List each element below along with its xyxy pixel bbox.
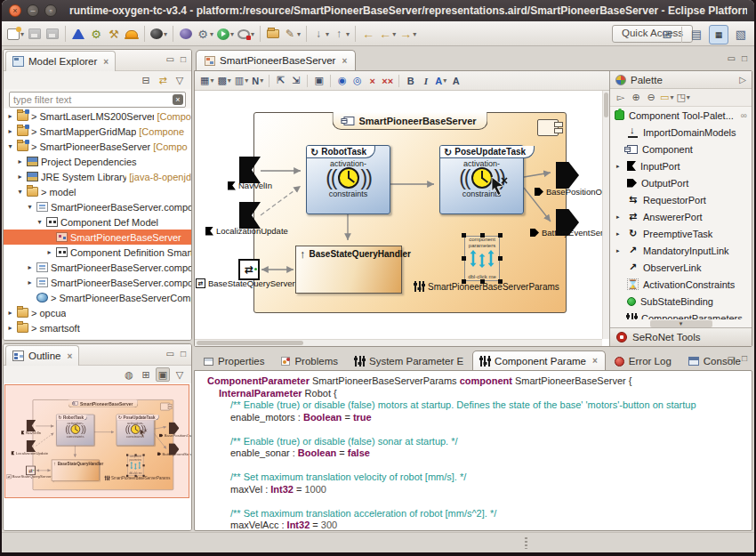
selection-handle[interactable] <box>480 233 485 238</box>
palette-header[interactable]: Palette ▷ <box>610 71 752 89</box>
overview-icon[interactable]: ◍ <box>122 367 136 382</box>
component-parameters-label[interactable]: SmartPioneerBaseServerParams <box>414 281 559 292</box>
minimize-window-button[interactable]: – <box>27 4 39 17</box>
model-explorer-tab[interactable]: Model Explorer × <box>5 51 116 71</box>
tree-item--smartpioneerbaseservercomp[interactable]: > SmartPioneerBaseServerComp <box>4 290 191 305</box>
task-node-robottask[interactable]: ↻RobotTaskactivation-(())constraints <box>306 145 390 214</box>
palette-group-header[interactable]: Component Tool-Palet... ∞ <box>610 107 752 124</box>
tree-item-smartpioneerbaseserver-compo[interactable]: ▸SmartPioneerBaseServer.compo <box>4 260 191 275</box>
select-tool-icon[interactable]: ▻ <box>614 91 628 105</box>
tree-item-component-definition-smartp[interactable]: ▸Component Definition SmartP <box>4 245 191 260</box>
unpin-icon[interactable]: ◎ <box>350 73 365 89</box>
font-color-icon[interactable]: A▾ <box>433 73 448 89</box>
export-diagram-icon[interactable]: ⇱ <box>273 73 288 89</box>
open-element-icon[interactable] <box>264 24 282 44</box>
selection-handle[interactable] <box>498 233 503 238</box>
vertical-scrollbar[interactable] <box>602 91 609 339</box>
minimize-editor-icon[interactable]: ▭ <box>728 53 736 63</box>
delete-from-model-icon[interactable]: ×× <box>380 73 395 89</box>
outline-viewport[interactable] <box>4 384 189 498</box>
tab-system-parameter-e[interactable]: System Parameter E <box>347 351 471 371</box>
export-image-icon[interactable]: ⇲ <box>288 73 303 89</box>
clean-build-icon[interactable]: ⚒ <box>105 24 123 44</box>
layer-mode-icon[interactable]: N▾ <box>250 73 265 89</box>
delete-icon[interactable]: × <box>365 73 380 89</box>
resource-perspective-icon[interactable]: ▤ <box>687 25 706 44</box>
tree-item--smartpioneerbaseserver-[interactable]: ▾> SmartPioneerBaseServer [Compo <box>4 139 191 154</box>
tree-item-project-dependencies[interactable]: ▸Project Dependencies <box>4 154 191 169</box>
titlebar[interactable]: × – ▫ runtime-oxygen-tc-v3.4 - platform:… <box>2 0 754 21</box>
selection-handle[interactable] <box>498 256 503 261</box>
minimize-view-icon[interactable]: ▭ <box>728 353 736 363</box>
forward-icon[interactable]: →▾ <box>398 24 418 44</box>
build-all-icon[interactable]: ⚙ <box>87 24 105 44</box>
component-parameter-editor[interactable]: ComponentParameter SmartPioneerBaseServe… <box>195 371 752 530</box>
maximize-view-icon[interactable]: □ <box>742 353 747 363</box>
tab-error-log[interactable]: Error Log <box>607 351 680 371</box>
minimize-view-icon[interactable]: ▭ <box>166 349 174 359</box>
debug-icon[interactable] <box>177 24 195 44</box>
outline-tab[interactable]: Outline × <box>5 345 79 366</box>
minimize-view-icon[interactable]: ▭ <box>166 54 174 64</box>
code-generation-icon[interactable] <box>69 24 87 44</box>
palette-item-preemptivetask[interactable]: ▸↻PreemptiveTask <box>610 225 752 242</box>
new-wizard-icon[interactable]: ▾ <box>5 24 26 44</box>
palette-pin-icon[interactable]: ∞ <box>741 110 747 120</box>
maximize-view-icon[interactable]: □ <box>181 54 186 64</box>
link-note-tool-icon[interactable]: ◳▾ <box>675 91 690 105</box>
previous-annotation-icon[interactable]: ↑▾ <box>331 24 351 44</box>
modeling-perspective-icon[interactable]: ▦ <box>709 25 728 44</box>
editor-tab[interactable]: SmartPioneerBaseServer × <box>196 50 356 70</box>
italic-icon[interactable]: I <box>418 73 433 89</box>
selection-handle[interactable] <box>462 256 466 261</box>
thumbnail-icon[interactable]: ▣ <box>156 367 170 382</box>
arrange-all-icon[interactable]: ▩▾ <box>215 73 232 89</box>
maximize-editor-icon[interactable]: □ <box>742 53 747 63</box>
maximize-view-icon[interactable]: □ <box>181 349 186 359</box>
tree-item--model[interactable]: ▾> model <box>4 184 191 199</box>
open-perspective-icon[interactable]: ⊞ <box>657 25 677 44</box>
close-editor-icon[interactable]: × <box>342 56 347 66</box>
java-perspective-icon[interactable]: ▧ <box>731 25 751 44</box>
tab-problems[interactable]: Problems <box>273 351 346 371</box>
copy-image-icon[interactable]: ▣ <box>311 73 326 89</box>
tab-properties[interactable]: Properties <box>196 351 272 371</box>
back-icon[interactable]: ←▾ <box>377 24 398 44</box>
filter-input[interactable] <box>9 92 186 108</box>
tab-component-parame[interactable]: Component Parame× <box>472 351 606 371</box>
connector[interactable] <box>524 173 551 177</box>
tree-item-smartpioneerbaseserver[interactable]: SmartPioneerBaseServer <box>4 230 191 245</box>
tree-item-smartpioneerbaseserver-compo[interactable]: ▾SmartPioneerBaseServer.compo <box>4 199 191 214</box>
palette-item-substatebinding[interactable]: SubStateBinding <box>610 293 752 310</box>
horizontal-scrollbar[interactable] <box>195 339 602 346</box>
next-annotation-icon[interactable]: ↓▾ <box>310 24 331 44</box>
note-tool-icon[interactable]: ▭▾ <box>659 91 674 105</box>
view-menu-icon[interactable]: ▽ <box>173 367 187 382</box>
search-icon[interactable]: ✎▾ <box>282 24 302 44</box>
palette-item-requestorport[interactable]: ⇆RequestorPort <box>610 191 752 208</box>
tree-item--opcua[interactable]: ▸> opcua <box>4 305 191 320</box>
style-icon[interactable]: A <box>448 73 463 89</box>
profile-icon[interactable]: ▾ <box>236 24 256 44</box>
palette-collapse-icon[interactable]: ▷ <box>739 75 746 85</box>
close-view-icon[interactable]: × <box>103 57 109 67</box>
palette-item-componentparameters[interactable]: ComponentParameters <box>610 310 752 319</box>
smartmdsd-menu-icon[interactable]: ▾ <box>149 24 169 44</box>
close-window-button[interactable]: × <box>9 4 21 17</box>
tree-item-component-def-model[interactable]: ▾Component Def Model <box>4 214 191 230</box>
palette-item-importdomainmodels[interactable]: ImportDomainModels <box>610 124 752 141</box>
palette-item-activationconstraints[interactable]: ⌛ActivationConstraints <box>610 276 752 293</box>
task-node-poseupdatetask[interactable]: ↻PoseUpdateTaskactivation-(())constraint… <box>439 145 524 214</box>
diagram-canvas[interactable]: SmartPioneerBaseServer↻RobotTaskactivati… <box>195 91 609 346</box>
deployment-icon[interactable] <box>123 24 141 44</box>
handler-node-basestatequeryhandler[interactable]: ↑BaseStateQueryHandler <box>295 246 402 294</box>
tree-item--smartlaserlms200server-[interactable]: ▸> SmartLaserLMS200Server [Compo <box>4 109 191 124</box>
outline-thumbnail[interactable]: SmartPioneerBaseServer↻RobotTaskactivati… <box>6 386 189 496</box>
pin-icon[interactable]: ◉ <box>334 73 350 89</box>
tree-item-smartpioneerbaseserver-compo[interactable]: ▸SmartPioneerBaseServer.compo <box>4 275 191 290</box>
palette-drawer-seronet[interactable]: SeRoNet Tools <box>610 327 752 346</box>
bold-icon[interactable]: B <box>403 73 418 89</box>
palette-item-mandatoryinputlink[interactable]: ▸↗MandatoryInputLink <box>610 242 752 259</box>
palette-item-observerlink[interactable]: ↗ObserverLink <box>610 259 752 276</box>
answerer-port-basestatequeryserver[interactable]: ⇄ <box>238 259 260 280</box>
